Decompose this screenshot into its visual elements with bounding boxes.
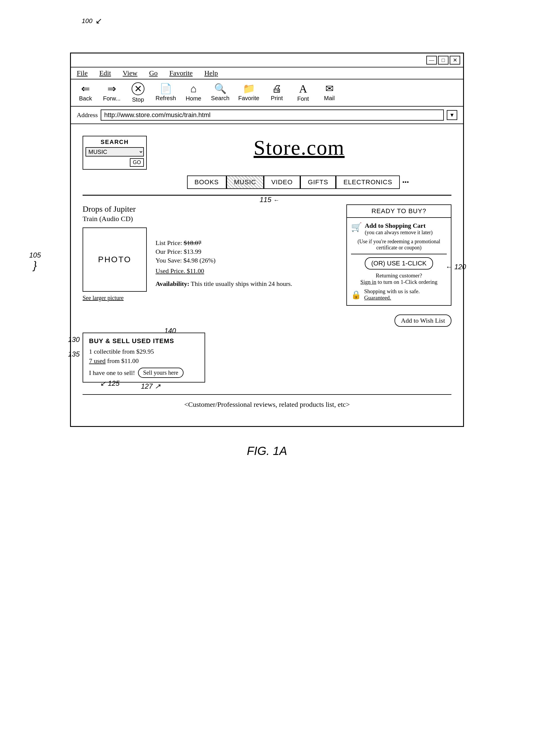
menu-help[interactable]: Help [204, 69, 218, 77]
our-price-row: Our Price: $13.99 [156, 248, 335, 256]
font-icon: A [299, 83, 307, 94]
search-select-row: MUSIC BOOKS VIDEO [86, 147, 144, 156]
returning-text: Returning customer? Sign in to turn on 1… [351, 272, 447, 285]
photo-label: PHOTO [98, 255, 131, 264]
tab-gifts[interactable]: GIFTS [300, 176, 336, 189]
search-button[interactable]: 🔍 Search [211, 84, 229, 102]
menu-edit[interactable]: Edit [99, 69, 111, 77]
add-cart-text-group: Add to Shopping Cart (you can always rem… [365, 222, 432, 236]
annotation-120: ← 120 [445, 263, 466, 271]
see-larger-link[interactable]: See larger picture [83, 295, 335, 301]
page-wrapper: 100 ↙ 105 } — □ ✕ [0, 0, 534, 756]
forward-label: Forw... [103, 95, 120, 102]
maximize-button[interactable]: □ [438, 56, 448, 65]
home-button[interactable]: ⌂ Home [185, 84, 202, 102]
lock-icon: 🔒 [351, 290, 361, 300]
sell-yours-button[interactable]: Sell yours here [138, 368, 184, 378]
add-cart-row: 🛒 Add to Shopping Cart (you can always r… [351, 222, 447, 236]
product-left: Drops of Jupiter Train (Audio CD) PHOTO … [83, 204, 335, 306]
tab-music[interactable]: MUSIC [226, 176, 264, 189]
you-save-value: $4.98 (26%) [184, 257, 216, 264]
availability-text: This title usually ships within 24 hours… [191, 280, 292, 287]
figure-label-100: 100 [82, 17, 92, 25]
minimize-button[interactable]: — [426, 56, 437, 65]
address-label: Address [77, 111, 98, 119]
wish-list-button[interactable]: Add to Wish List [394, 314, 451, 327]
mail-label: Mail [324, 95, 335, 102]
annotation-130: 130 [68, 336, 80, 344]
product-image-row: PHOTO List Price: $18.07 Our Price: [83, 228, 335, 295]
search-label: Search [211, 95, 229, 102]
stop-button[interactable]: ✕ Stop [129, 82, 147, 103]
tab-video[interactable]: VIDEO [264, 176, 300, 189]
or-1click-button[interactable]: (OR) USE 1-CLICK [365, 257, 433, 270]
annotation-140: 140 [164, 327, 176, 335]
product-section-wrapper: 115 ← ← 120 Drops of Jupiter Train (Audi… [83, 204, 451, 327]
print-button[interactable]: 🖨 Print [268, 84, 286, 102]
back-icon: ⇐ [81, 84, 90, 94]
list-price-value: $18.07 [184, 239, 202, 246]
nav-tabs: BOOKS MUSIC VIDEO GIFTS ELECTRONICS ••• [147, 176, 451, 189]
or-1click-wrapper: (OR) USE 1-CLICK [351, 257, 447, 270]
used-price-value: $11.00 [187, 267, 204, 275]
used-link[interactable]: 7 used [89, 357, 106, 364]
product-subtitle: Train (Audio CD) [83, 215, 335, 223]
tab-more[interactable]: ••• [400, 176, 411, 188]
safe-row: 🔒 Shopping with us is safe. Guaranteed. [351, 288, 447, 301]
search-go-button[interactable]: GO [130, 158, 144, 167]
refresh-icon: 📄 [160, 84, 172, 94]
collectible-row: 1 collectible from $29.95 [89, 348, 199, 355]
product-image: PHOTO [83, 228, 147, 292]
mail-button[interactable]: ✉ Mail [321, 84, 338, 102]
store-header: SEARCH MUSIC BOOKS VIDEO GO [83, 133, 451, 170]
menu-go[interactable]: Go [149, 69, 158, 77]
menu-bar: File Edit View Go Favorite Help [71, 68, 463, 79]
you-save-label: You Save: [156, 257, 182, 264]
annotation-105: 105 } [29, 251, 41, 272]
guaranteed-link[interactable]: Guaranteed. [364, 295, 391, 301]
used-price-row: Used Price. $11.00 [156, 267, 335, 275]
add-cart-label: Add to Shopping Cart [365, 222, 432, 230]
back-button[interactable]: ⇐ Back [77, 84, 94, 102]
forward-button[interactable]: ⇒ Forw... [103, 84, 120, 102]
title-bar: — □ ✕ [71, 53, 463, 68]
sign-in-link[interactable]: Sign in [360, 279, 376, 285]
our-price-label: Our Price: [156, 248, 182, 255]
annotation-127: 127 ↗ [141, 382, 161, 391]
content-area: SEARCH MUSIC BOOKS VIDEO GO [71, 124, 463, 426]
annotation-115: 115 ← [260, 196, 279, 204]
list-price-label: List Price: [156, 239, 182, 246]
browser-container: 105 } — □ ✕ File Edit View [47, 53, 487, 427]
address-input[interactable] [101, 110, 444, 121]
tab-books[interactable]: BOOKS [187, 176, 226, 189]
tab-electronics[interactable]: ELECTRONICS [336, 176, 400, 189]
sell-label: I have one to sell! [89, 369, 135, 377]
print-icon: 🖨 [272, 84, 282, 94]
wish-list-row: Add to Wish List [83, 314, 451, 327]
favorite-icon: 📁 [243, 84, 255, 94]
sign-in-suffix: to turn on 1-Click ordering [378, 279, 437, 285]
used-price-label: Used Price. [156, 267, 185, 275]
annotation-135: 135 [68, 350, 80, 358]
annotation-125: ↙ 125 [100, 379, 120, 388]
search-go-row: GO [86, 158, 144, 167]
used-suffix: from $11.00 [107, 357, 139, 364]
refresh-button[interactable]: 📄 Refresh [156, 84, 176, 102]
redeem-note: (Use if you're redeeming a promotional c… [351, 239, 447, 254]
search-category-select[interactable]: MUSIC BOOKS VIDEO [86, 147, 144, 156]
figure-caption: FIG. 1A [23, 445, 511, 458]
browser-window: — □ ✕ File Edit View Go Favorite Help [70, 53, 464, 427]
address-dropdown-button[interactable]: ▼ [447, 110, 457, 120]
font-button[interactable]: A Font [294, 83, 312, 102]
home-icon: ⌂ [190, 84, 197, 94]
menu-view[interactable]: View [122, 69, 138, 77]
close-button[interactable]: ✕ [450, 56, 460, 65]
menu-file[interactable]: File [77, 69, 88, 77]
search-widget-title: SEARCH [86, 139, 144, 146]
product-details: List Price: $18.07 Our Price: $13.99 You… [156, 228, 335, 288]
menu-favorite[interactable]: Favorite [169, 69, 192, 77]
address-bar: Address ▼ [71, 107, 463, 124]
mail-icon: ✉ [325, 84, 334, 94]
favorite-button[interactable]: 📁 Favorite [238, 84, 259, 102]
font-label: Font [297, 95, 309, 102]
